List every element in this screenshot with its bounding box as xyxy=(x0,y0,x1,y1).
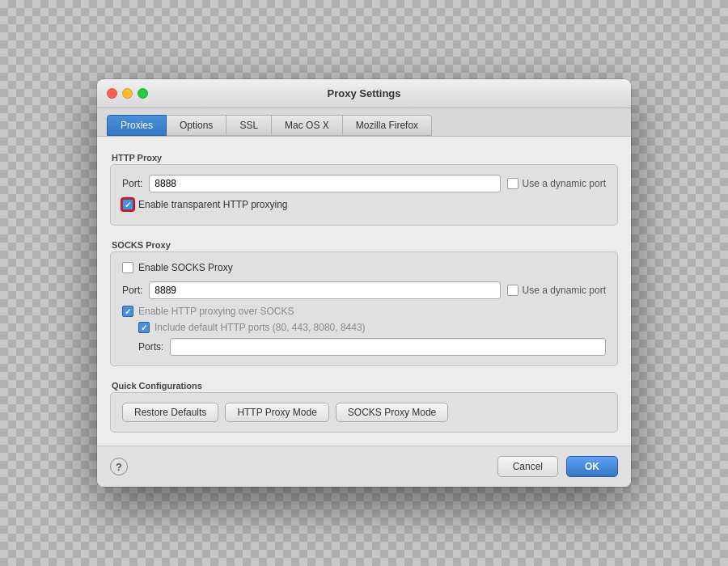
socks-proxy-section: Enable SOCKS Proxy Port: Use a dynamic p… xyxy=(110,251,618,366)
http-proxy-section: Port: Use a dynamic port Enable transpar… xyxy=(110,164,618,226)
http-dynamic-port-checkbox[interactable] xyxy=(507,178,518,189)
restore-defaults-button[interactable]: Restore Defaults xyxy=(122,403,218,422)
transparent-proxying-row: Enable transparent HTTP proxying xyxy=(122,199,606,210)
default-ports-label: Include default HTTP ports (80, 443, 808… xyxy=(154,322,366,333)
cancel-button[interactable]: Cancel xyxy=(497,456,558,477)
socks-dynamic-port-checkbox[interactable] xyxy=(507,285,518,296)
http-port-row: Port: Use a dynamic port xyxy=(122,175,606,192)
http-proxy-section-label: HTTP Proxy xyxy=(110,150,618,164)
traffic-lights xyxy=(107,88,148,99)
close-button[interactable] xyxy=(107,88,117,99)
quick-config-section: Restore Defaults HTTP Proxy Mode SOCKS P… xyxy=(110,392,618,433)
tab-macosx[interactable]: Mac OS X xyxy=(271,115,343,136)
http-port-label: Port: xyxy=(122,178,142,189)
http-over-socks-checkbox[interactable] xyxy=(122,306,133,317)
socks-dynamic-port-row: Use a dynamic port xyxy=(507,285,606,296)
transparent-proxying-checkbox[interactable] xyxy=(122,199,133,210)
titlebar: Proxy Settings xyxy=(97,79,631,108)
http-proxy-mode-button[interactable]: HTTP Proxy Mode xyxy=(225,403,328,422)
http-over-socks-label: Enable HTTP proxying over SOCKS xyxy=(138,306,294,317)
proxy-settings-window: Proxy Settings Proxies Options SSL Mac O… xyxy=(97,79,631,487)
socks-port-row: Port: Use a dynamic port xyxy=(122,281,606,299)
tab-options[interactable]: Options xyxy=(166,115,226,136)
help-button[interactable]: ? xyxy=(110,458,128,475)
socks-proxy-body: Enable SOCKS Proxy Port: Use a dynamic p… xyxy=(111,252,617,365)
socks-ports-label: Ports: xyxy=(138,341,163,353)
socks-ports-input[interactable] xyxy=(170,338,606,356)
ok-button[interactable]: OK xyxy=(566,456,618,477)
bottom-bar: ? Cancel OK xyxy=(97,446,631,487)
minimize-button[interactable] xyxy=(122,88,133,99)
tab-proxies[interactable]: Proxies xyxy=(107,115,167,136)
socks-proxy-mode-button[interactable]: SOCKS Proxy Mode xyxy=(336,403,448,422)
socks-port-input[interactable] xyxy=(149,281,500,299)
enable-socks-label: Enable SOCKS Proxy xyxy=(138,262,233,273)
socks-ports-row: Ports: xyxy=(138,338,606,356)
enable-socks-checkbox[interactable] xyxy=(122,262,133,273)
quick-config-buttons: Restore Defaults HTTP Proxy Mode SOCKS P… xyxy=(122,403,606,422)
maximize-button[interactable] xyxy=(138,88,148,99)
tab-bar: Proxies Options SSL Mac OS X Mozilla Fir… xyxy=(97,108,631,137)
socks-proxy-section-label: SOCKS Proxy xyxy=(110,237,618,251)
transparent-proxying-label: Enable transparent HTTP proxying xyxy=(138,199,288,210)
tab-firefox[interactable]: Mozilla Firefox xyxy=(342,115,432,136)
default-ports-row: Include default HTTP ports (80, 443, 808… xyxy=(138,322,606,333)
socks-port-label: Port: xyxy=(122,285,142,296)
http-over-socks-row: Enable HTTP proxying over SOCKS xyxy=(122,306,606,317)
tab-ssl[interactable]: SSL xyxy=(226,115,272,136)
enable-socks-row: Enable SOCKS Proxy xyxy=(122,262,606,273)
main-content: HTTP Proxy Port: Use a dynamic port Enab… xyxy=(97,137,631,446)
http-port-input[interactable] xyxy=(149,175,500,192)
window-title: Proxy Settings xyxy=(327,87,400,99)
http-dynamic-port-row: Use a dynamic port xyxy=(507,178,606,189)
http-proxy-body: Port: Use a dynamic port Enable transpar… xyxy=(111,165,617,225)
quick-config-section-label: Quick Configurations xyxy=(110,378,618,392)
default-ports-checkbox[interactable] xyxy=(138,322,150,333)
